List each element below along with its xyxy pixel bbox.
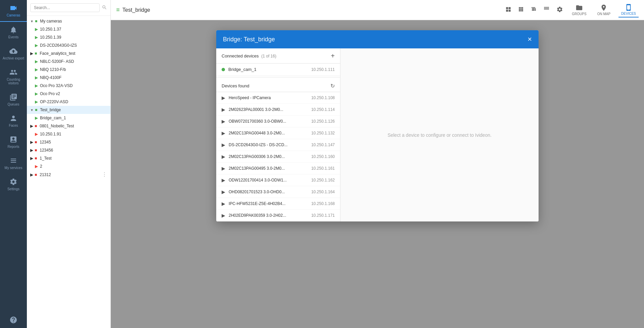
status-dot-green bbox=[222, 68, 225, 71]
sidebar-item-settings[interactable]: Settings bbox=[0, 174, 27, 195]
nav-groups[interactable]: GROUPS bbox=[569, 3, 589, 17]
camera-icon: ▶ bbox=[35, 164, 38, 169]
camera-icon: ▶ bbox=[35, 75, 38, 80]
chevron-down-icon: ▼ bbox=[30, 108, 34, 112]
bridge-cam-item[interactable]: ▶ Bridge_cam_1 bbox=[27, 114, 110, 122]
svg-rect-1 bbox=[545, 7, 546, 8]
chevron-right-icon: ▶ bbox=[30, 156, 33, 161]
svg-rect-12 bbox=[546, 9, 547, 10]
svg-rect-11 bbox=[545, 9, 546, 10]
dialog-left-panel: Connected devices (1 of 16) + Bridge_cam… bbox=[216, 48, 340, 221]
divider bbox=[216, 77, 340, 77]
found-device-item-10[interactable]: ▶ 2H02ED9PAK00359 3.0-2H02... 10.250.1.1… bbox=[216, 210, 340, 221]
camera-icon: ▶ bbox=[35, 132, 38, 136]
camera-icon: ▶ bbox=[222, 95, 225, 100]
camera-icon: ▶ bbox=[35, 67, 38, 72]
search-bar bbox=[27, 0, 110, 16]
settings-gear-button[interactable] bbox=[554, 4, 565, 16]
sidebar-item-my-services[interactable]: My services bbox=[0, 153, 27, 174]
sidebar-item-queues[interactable]: Queues bbox=[0, 89, 27, 110]
chevron-down-icon: ▼ bbox=[30, 19, 34, 23]
grid-view-xs-button[interactable] bbox=[542, 4, 552, 15]
svg-rect-8 bbox=[547, 8, 548, 9]
camera-icon: ▶ bbox=[35, 116, 38, 120]
sidebar-item-archive-export[interactable]: Archive export bbox=[0, 43, 27, 64]
add-device-button[interactable]: + bbox=[331, 52, 335, 59]
search-icon[interactable] bbox=[102, 5, 107, 11]
camera-item-7[interactable]: ▶ Oco Pro 32A-VSD bbox=[27, 82, 110, 90]
face-analytics-group[interactable]: ▶ ■ Face_analytics_test bbox=[27, 49, 110, 57]
camera-item-5[interactable]: ▶ NBQ 1210-F/b bbox=[27, 66, 110, 74]
group-folder-icon-red: ■ bbox=[35, 172, 37, 177]
sidebar-item-events[interactable]: Events bbox=[0, 22, 27, 43]
my-cameras-group[interactable]: ▼ ■ My cameras bbox=[27, 17, 110, 25]
grid-view-lg-button[interactable] bbox=[503, 4, 513, 15]
camera-red-2[interactable]: ▶ 2 bbox=[27, 162, 110, 170]
camera-item-9[interactable]: ▶ OP-2220V-ASD bbox=[27, 98, 110, 106]
found-device-item-4[interactable]: ▶ DS-2CD2643G0-IZS - DS-2CD... 10.250.1.… bbox=[216, 139, 340, 151]
camera-icon: ▶ bbox=[35, 83, 38, 88]
folder-icon: ■ bbox=[35, 19, 37, 24]
more-options-icon[interactable]: ⋮ bbox=[102, 172, 107, 177]
found-device-item-0[interactable]: ▶ HeroSpeed - IPCamera 10.250.1.108 bbox=[216, 92, 340, 104]
devices-found-label: Devices found bbox=[222, 83, 249, 88]
found-device-item-6[interactable]: ▶ 2M02C13PAG00495 3.0-2M0... 10.250.1.16… bbox=[216, 163, 340, 174]
group-123456[interactable]: ▶ ■ 123456 bbox=[27, 146, 110, 154]
group-1-test[interactable]: ▶ ■ 1_Test bbox=[27, 154, 110, 162]
grid-view-md-button[interactable] bbox=[516, 4, 526, 15]
group-folder-icon-red: ■ bbox=[35, 140, 37, 145]
svg-rect-9 bbox=[548, 8, 549, 9]
page-title: Test_bridge bbox=[123, 7, 150, 13]
camera-item-2[interactable]: ▶ 10.250.1.39 bbox=[27, 33, 110, 41]
found-device-item-3[interactable]: ▶ 2M02C13PAG00448 3.0-2M0... 10.250.1.13… bbox=[216, 127, 340, 139]
sidebar-item-cameras[interactable]: Cameras bbox=[0, 0, 27, 22]
camera-item-8[interactable]: ▶ Oco Pro v2 bbox=[27, 90, 110, 98]
camera-item-3[interactable]: ▶ DS-2CD2643G0-IZS bbox=[27, 41, 110, 49]
sidebar-item-reports[interactable]: Reports bbox=[0, 131, 27, 153]
found-device-item-5[interactable]: ▶ 2M02C13PAG00306 3.0-2M0... 10.250.1.16… bbox=[216, 151, 340, 163]
chevron-right-icon: ▶ bbox=[30, 124, 33, 128]
camera-red-1[interactable]: ▶ 10.250.1.91 bbox=[27, 130, 110, 138]
group-folder-icon-red: ■ bbox=[35, 148, 37, 153]
grid-view-sm-button[interactable] bbox=[529, 4, 539, 15]
found-device-item-1[interactable]: ▶ 2M02623PAL00001 3.0-2M0... 10.250.1.11… bbox=[216, 104, 340, 116]
refresh-button[interactable]: ↻ bbox=[330, 83, 335, 89]
sidebar-item-help[interactable] bbox=[0, 312, 27, 328]
camera-icon: ▶ bbox=[222, 119, 225, 124]
group-0801[interactable]: ▶ ■ 0801_Nobelic_Test bbox=[27, 122, 110, 130]
search-input[interactable] bbox=[30, 3, 100, 12]
nav-on-map[interactable]: ON MAP bbox=[595, 3, 613, 17]
test-bridge-group[interactable]: ▼ ■ Test_bridge bbox=[27, 106, 110, 114]
group-12345[interactable]: ▶ ■ 12345 bbox=[27, 138, 110, 146]
modal-overlay: Bridge: Test_bridge × Connected devices … bbox=[111, 20, 644, 328]
group-folder-icon: ■ bbox=[35, 51, 37, 56]
found-device-item-2[interactable]: ▶ OBW07201700360 3.0-OBW0... 10.250.1.12… bbox=[216, 116, 340, 127]
page-title-area: ≡ Test_bridge bbox=[116, 6, 499, 13]
tree-content: ▼ ■ My cameras ▶ 10.250.1.37 ▶ 10.250.1.… bbox=[27, 16, 110, 328]
found-device-item-9[interactable]: ▶ IPC-HFW5231E-Z5E-4H02B4... 10.250.1.16… bbox=[216, 198, 340, 210]
svg-rect-13 bbox=[547, 9, 548, 10]
sidebar-item-faces[interactable]: Faces bbox=[0, 110, 27, 131]
camera-icon: ▶ bbox=[222, 166, 225, 171]
dialog-close-button[interactable]: × bbox=[527, 36, 532, 43]
camera-icon: ▶ bbox=[222, 142, 225, 148]
sidebar-item-counting-visitors[interactable]: Counting visitors bbox=[0, 64, 27, 89]
connected-device-item[interactable]: Bridge_cam_1 10.250.1.111 bbox=[216, 64, 340, 76]
camera-item-6[interactable]: ▶ NBQ-4100F bbox=[27, 74, 110, 82]
connected-devices-label: Connected devices (1 of 16) bbox=[222, 53, 276, 58]
camera-icon: ▶ bbox=[35, 59, 38, 64]
group-folder-icon-red: ■ bbox=[35, 124, 37, 128]
camera-icon: ▶ bbox=[35, 35, 38, 40]
camera-icon: ▶ bbox=[222, 177, 225, 183]
camera-item-4[interactable]: ▶ NBLC-5200F- ASD bbox=[27, 57, 110, 66]
camera-icon: ▶ bbox=[222, 201, 225, 206]
found-device-item-8[interactable]: ▶ OHD08201701523 3.0-OHD0... 10.250.1.16… bbox=[216, 186, 340, 198]
nav-devices[interactable]: DEVICES bbox=[618, 2, 639, 17]
view-controls bbox=[503, 4, 565, 16]
group-21312[interactable]: ▶ ■ 21312 ⋮ bbox=[27, 170, 110, 179]
camera-item-1[interactable]: ▶ 10.250.1.37 bbox=[27, 25, 110, 33]
chevron-right-icon: ▶ bbox=[30, 51, 33, 56]
connected-count: (1 of 16) bbox=[261, 54, 276, 58]
found-device-item-7[interactable]: ▶ ODW12201700414 3.0-ODW1... 10.250.1.16… bbox=[216, 174, 340, 186]
camera-icon: ▶ bbox=[35, 99, 38, 104]
